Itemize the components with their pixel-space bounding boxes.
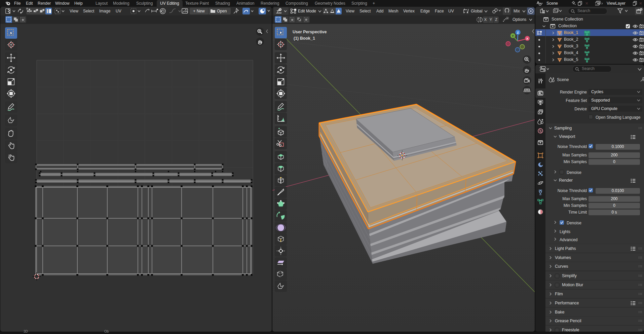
svg-text:Y: Y [512, 34, 514, 38]
svg-text:X: X [526, 37, 529, 40]
svg-text:Z: Z [517, 31, 519, 34]
